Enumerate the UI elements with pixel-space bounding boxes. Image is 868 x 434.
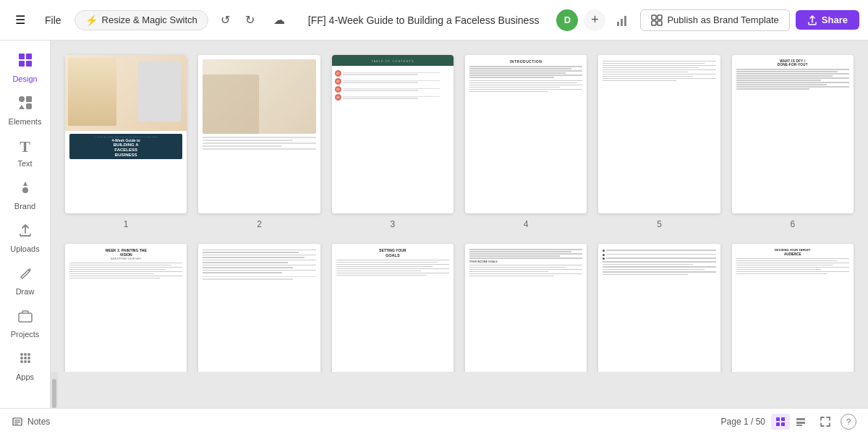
page-num-5: 5 bbox=[657, 219, 662, 229]
share-icon bbox=[807, 15, 817, 25]
text-icon: T bbox=[20, 137, 30, 156]
menu-button[interactable]: ☰ bbox=[9, 9, 32, 32]
svg-point-18 bbox=[27, 353, 30, 356]
page-thumb-5[interactable] bbox=[598, 55, 720, 213]
design-icon bbox=[17, 52, 33, 72]
main-content: Design Elements T Text Brand Uploads bbox=[0, 41, 868, 408]
list-view-button[interactable] bbox=[791, 414, 810, 430]
share-button[interactable]: Share bbox=[796, 10, 859, 30]
svg-rect-2 bbox=[624, 16, 626, 26]
sidebar-item-uploads-label: Uploads bbox=[10, 244, 39, 253]
sidebar-item-elements[interactable]: Elements bbox=[4, 89, 47, 132]
svg-point-21 bbox=[27, 357, 30, 359]
sidebar-item-apps-label: Apps bbox=[16, 373, 34, 381]
sidebar-item-design[interactable]: Design bbox=[4, 46, 47, 89]
page-thumb-11[interactable] bbox=[598, 244, 720, 372]
page-thumb-9[interactable]: SETTING YOUR GOALS bbox=[332, 244, 454, 372]
notes-icon bbox=[12, 416, 23, 427]
sidebar-item-text[interactable]: T Text bbox=[4, 132, 47, 174]
svg-point-23 bbox=[24, 360, 27, 363]
canvas-area: A STEP-BY-STEP PROCESS FOR SETTING YOUR … bbox=[51, 41, 868, 408]
page-thumb-3[interactable]: TABLE OF CONTENTS 01 02 bbox=[332, 55, 454, 213]
top-bar-left: ☰ File ⚡ Resize & Magic Switch ↺ ↻ ☁ bbox=[9, 9, 291, 32]
undo-button[interactable]: ↺ bbox=[214, 9, 237, 32]
notes-label: Notes bbox=[27, 417, 50, 427]
page-thumb-4[interactable]: INTRODUCTION bbox=[465, 55, 587, 213]
fullscreen-button[interactable] bbox=[816, 414, 835, 430]
publish-brand-template-button[interactable]: Publish as Brand Template bbox=[640, 9, 789, 31]
sidebar-item-brand[interactable]: Brand bbox=[4, 174, 47, 216]
apps-icon bbox=[17, 350, 33, 370]
analytics-button[interactable] bbox=[611, 9, 634, 32]
svg-rect-12 bbox=[26, 96, 32, 102]
svg-rect-32 bbox=[781, 422, 785, 426]
document-title: [FF] 4-Week Guide to Building a Faceless… bbox=[297, 14, 551, 26]
page-thumb-10[interactable]: YOUR INCOME GOALS bbox=[465, 244, 587, 372]
page-num-3: 3 bbox=[390, 219, 395, 229]
page-thumb-12[interactable]: DECIDING YOUR TARGET AUDIENCE bbox=[732, 244, 854, 372]
page-thumb-6[interactable]: WHAT IS DFY /DONE-FOR-YOU? bbox=[732, 55, 854, 213]
resize-magic-label: Resize & Magic Switch bbox=[102, 14, 197, 25]
scrollbar-thumb[interactable] bbox=[52, 379, 56, 408]
svg-rect-15 bbox=[19, 313, 32, 322]
svg-rect-31 bbox=[776, 422, 780, 426]
add-collaborator-button[interactable]: + bbox=[584, 9, 605, 31]
menu-icon: ☰ bbox=[15, 13, 25, 27]
canvas-scrollbar[interactable] bbox=[51, 372, 58, 408]
resize-magic-button[interactable]: ⚡ Resize & Magic Switch bbox=[75, 10, 208, 30]
svg-rect-5 bbox=[652, 21, 656, 25]
user-avatar[interactable]: D bbox=[556, 9, 578, 31]
page-container-2: 2 bbox=[198, 55, 320, 229]
sidebar-item-draw[interactable]: Draw bbox=[4, 259, 47, 302]
bottom-right: Page 1 / 50 bbox=[721, 414, 856, 430]
bottom-bar: Notes Page 1 / 50 bbox=[0, 408, 868, 434]
svg-rect-4 bbox=[658, 15, 662, 20]
page-container-3: TABLE OF CONTENTS 01 02 bbox=[332, 55, 454, 229]
canvas-scroll[interactable]: A STEP-BY-STEP PROCESS FOR SETTING YOUR … bbox=[51, 41, 868, 372]
page-container-6: WHAT IS DFY /DONE-FOR-YOU? bbox=[732, 55, 854, 229]
page-thumb-7[interactable]: WEEK 1: PAINTING THEVISION IDENTIFYING Y… bbox=[65, 244, 187, 372]
page-thumb-2[interactable] bbox=[198, 55, 320, 213]
file-button[interactable]: File bbox=[38, 12, 69, 29]
page-num-6: 6 bbox=[790, 219, 795, 229]
view-toggle bbox=[771, 414, 810, 430]
publish-brand-icon bbox=[651, 14, 663, 26]
publish-brand-label: Publish as Brand Template bbox=[667, 14, 778, 25]
page-thumb-8[interactable] bbox=[198, 244, 320, 372]
grid-view-icon bbox=[775, 417, 786, 427]
page-container-1: A STEP-BY-STEP PROCESS FOR SETTING YOUR … bbox=[65, 55, 187, 229]
sidebar-item-projects[interactable]: Projects bbox=[4, 302, 47, 344]
top-bar: ☰ File ⚡ Resize & Magic Switch ↺ ↻ ☁ [FF… bbox=[0, 0, 868, 41]
sidebar-item-uploads[interactable]: Uploads bbox=[4, 216, 47, 259]
page-thumb-1[interactable]: A STEP-BY-STEP PROCESS FOR SETTING YOUR … bbox=[65, 55, 187, 213]
page-container-11: 11 bbox=[598, 244, 720, 372]
projects-icon bbox=[17, 307, 33, 327]
notes-button[interactable]: Notes bbox=[12, 416, 50, 427]
svg-rect-10 bbox=[26, 61, 32, 67]
svg-rect-9 bbox=[19, 61, 25, 67]
svg-rect-33 bbox=[796, 418, 805, 420]
cloud-save-button[interactable]: ☁ bbox=[268, 9, 291, 32]
page-container-4: INTRODUCTION bbox=[465, 55, 587, 229]
page-container-5: 5 bbox=[598, 55, 720, 229]
page-num-2: 2 bbox=[257, 219, 262, 229]
sidebar-item-brand-label: Brand bbox=[14, 202, 35, 210]
sidebar-item-draw-label: Draw bbox=[16, 287, 35, 296]
grid-view-button[interactable] bbox=[771, 414, 790, 430]
redo-button[interactable]: ↻ bbox=[239, 9, 262, 32]
sidebar-item-elements-label: Elements bbox=[9, 117, 42, 126]
share-label: Share bbox=[822, 14, 848, 25]
help-button[interactable]: ? bbox=[841, 414, 856, 430]
svg-rect-6 bbox=[658, 21, 662, 25]
svg-point-16 bbox=[20, 353, 23, 356]
svg-point-19 bbox=[20, 357, 23, 359]
elements-icon bbox=[17, 95, 33, 114]
lightning-icon: ⚡ bbox=[85, 14, 98, 26]
svg-point-11 bbox=[19, 96, 25, 102]
sidebar-item-apps[interactable]: Apps bbox=[4, 344, 47, 387]
pages-grid-row1: A STEP-BY-STEP PROCESS FOR SETTING YOUR … bbox=[65, 55, 854, 229]
page-num-1: 1 bbox=[124, 219, 129, 229]
svg-rect-30 bbox=[781, 417, 785, 421]
svg-rect-34 bbox=[796, 422, 805, 424]
page-container-8: 8 bbox=[198, 244, 320, 372]
